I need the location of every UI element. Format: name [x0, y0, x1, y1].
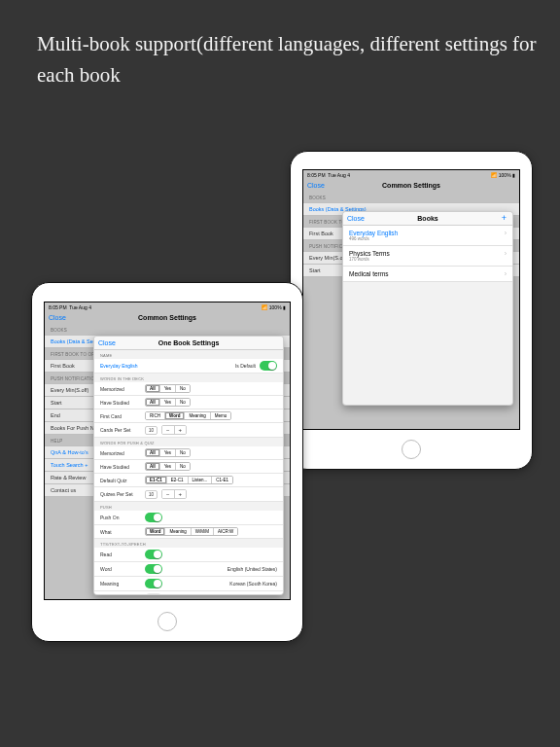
studied2-segment[interactable]: All Yes No	[145, 462, 191, 471]
chevron-right-icon: ›	[505, 230, 507, 236]
studied-segment[interactable]: All Yes No	[145, 398, 191, 407]
nav-bar: Close Common Settings	[45, 310, 290, 324]
push-on-row: Push On	[94, 511, 283, 525]
one-book-title: One Book Settings	[94, 339, 283, 346]
cards-per-set-row: Cards Per Set 10 −+	[94, 423, 283, 438]
section-deck: WORDS IN THE DECK	[94, 374, 283, 382]
cards-stepper[interactable]: −+	[161, 425, 187, 435]
tts-meaning-row: Meaning Korean (South Korea)	[94, 577, 283, 591]
memo-switch[interactable]	[145, 593, 162, 595]
quizzes-per-set-row: Quizes Per Set 10 −+	[94, 487, 283, 502]
books-modal-title: Books	[343, 215, 512, 222]
section-tts: TTS/TEXT-TO-SPEECH	[94, 539, 283, 548]
section-name: NAME	[94, 350, 283, 359]
quizzes-value: 10	[145, 490, 158, 499]
tts-memo-row: Memo English (United States)	[94, 591, 283, 595]
home-button[interactable]	[402, 440, 421, 459]
books-modal: Close Books + Everyday English 496 words…	[342, 211, 513, 406]
memorized2-row: Memorized All Yes No	[94, 446, 283, 460]
chevron-right-icon: ›	[505, 270, 507, 277]
have-studied-row: Have Studied All Yes No	[94, 396, 283, 409]
book-name-row[interactable]: Everyday English Is Default	[94, 359, 283, 374]
meaning-switch[interactable]	[145, 579, 162, 588]
promo-headline: Multi-book support(different languages, …	[37, 29, 541, 90]
first-card-row: First Card RICH Word Meaning Memo	[94, 409, 283, 423]
is-default-switch[interactable]	[260, 361, 277, 371]
screen-left: 8:05 PM Tue Aug 4 📶 100% ▮ Close Common …	[44, 302, 291, 600]
have-studied2-row: Have Studied All Yes No	[94, 460, 283, 474]
push-switch[interactable]	[145, 513, 162, 522]
word-switch[interactable]	[145, 564, 162, 574]
quiz-segment[interactable]: E1-C1 E2-C1 Listen... C1-E1	[145, 476, 233, 484]
section-push: PUSH	[94, 502, 283, 511]
section-header-books: BOOKS	[45, 324, 290, 335]
nav-bar: Close Common Settings	[303, 178, 519, 192]
add-icon[interactable]: +	[502, 214, 507, 223]
ipad-device-left: 8:05 PM Tue Aug 4 📶 100% ▮ Close Common …	[31, 282, 303, 642]
chevron-right-icon: ›	[505, 250, 507, 257]
page-title: Common Settings	[45, 314, 290, 321]
ipad-device-right: 8:05 PM Tue Aug 4 📶 100% ▮ Close Common …	[290, 151, 533, 470]
home-button[interactable]	[158, 612, 177, 631]
page-title: Common Settings	[303, 182, 519, 189]
default-quiz-row: Default Quiz E1-C1 E2-C1 Listen... C1-E1	[94, 474, 283, 487]
memorized2-segment[interactable]: All Yes No	[145, 448, 191, 457]
book-item[interactable]: Everyday English 496 words ›	[343, 226, 512, 246]
tts-word-row: Word English (United States)	[94, 562, 283, 577]
status-bar: 8:05 PM Tue Aug 4 📶 100% ▮	[45, 302, 290, 310]
firstcard-segment[interactable]: RICH Word Meaning Memo	[145, 411, 231, 420]
what-segment[interactable]: Word Meaning W/M/M AICR:W	[145, 527, 238, 536]
status-bar: 8:05 PM Tue Aug 4 📶 100% ▮	[303, 170, 519, 178]
section-push-quiz: WORDS FOR PUSH & QUIZ	[94, 438, 283, 446]
cards-value: 10	[145, 426, 158, 435]
one-book-modal: Close One Book Settings NAME Everyday En…	[93, 336, 284, 595]
memorized-segment[interactable]: All Yes No	[145, 384, 191, 393]
quizzes-stepper[interactable]: −+	[161, 489, 187, 499]
book-item[interactable]: Physics Terms 170 words ›	[343, 246, 512, 267]
read-switch[interactable]	[145, 550, 162, 559]
memorized-row: Memorized All Yes No	[94, 382, 283, 396]
tts-read-row: Read	[94, 548, 283, 562]
one-book-nav: Close One Book Settings	[94, 337, 283, 350]
what-row: What Word Meaning W/M/M AICR:W	[94, 525, 283, 539]
section-header-books: BOOKS	[303, 192, 519, 202]
books-modal-nav: Close Books +	[343, 212, 512, 226]
screen-right: 8:05 PM Tue Aug 4 📶 100% ▮ Close Common …	[302, 169, 520, 430]
book-item[interactable]: Medical terms ›	[343, 267, 512, 282]
